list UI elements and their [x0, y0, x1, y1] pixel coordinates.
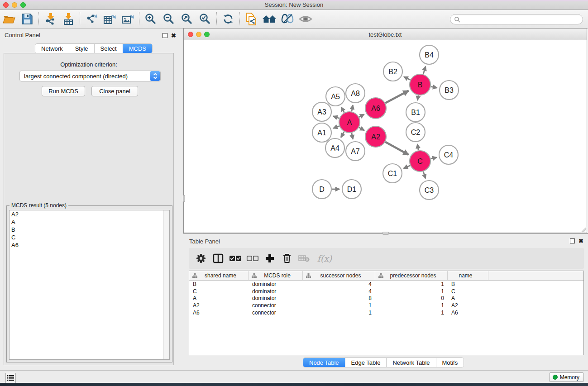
edge-C-C2[interactable] — [417, 144, 418, 151]
node-D1[interactable]: D1 — [342, 180, 361, 199]
tab-style[interactable]: Style — [69, 44, 94, 53]
edge-B-B2[interactable] — [404, 77, 410, 80]
column-header-name[interactable]: name — [448, 271, 488, 280]
node-A1[interactable]: A1 — [312, 123, 331, 142]
hide-glasses-icon[interactable] — [278, 11, 296, 27]
node-C3[interactable]: C3 — [420, 181, 439, 200]
node-D[interactable]: D — [312, 180, 331, 199]
criterion-dropdown[interactable]: largest connected component (directed) — [19, 71, 161, 81]
function-builder-icon[interactable]: f(x) — [313, 250, 336, 267]
edge-A2-C[interactable] — [385, 142, 409, 155]
result-list-item[interactable]: C — [10, 234, 169, 241]
table-row[interactable]: A2connector11A2 — [189, 302, 583, 309]
show-eye-icon[interactable] — [296, 11, 315, 27]
search-input[interactable] — [460, 16, 583, 23]
zoom-selected-icon[interactable] — [196, 11, 214, 27]
edge-B-B1[interactable] — [417, 95, 418, 100]
import-network-icon[interactable] — [41, 11, 59, 27]
node-B1[interactable]: B1 — [406, 103, 425, 122]
node-A8[interactable]: A8 — [346, 84, 365, 103]
edge-A-A3[interactable] — [333, 116, 339, 119]
table-row[interactable]: Adominator80A — [189, 295, 583, 302]
close-panel-icon[interactable]: ✖ — [171, 33, 176, 38]
attribute-settings-icon[interactable] — [192, 250, 210, 267]
node-A7[interactable]: A7 — [346, 142, 365, 161]
refresh-layout-icon[interactable] — [219, 11, 237, 27]
node-B4[interactable]: B4 — [420, 45, 439, 64]
node-B2[interactable]: B2 — [383, 62, 402, 81]
edge-C-C4[interactable] — [430, 157, 436, 159]
result-list-item[interactable]: A — [10, 218, 169, 226]
tab-node-table[interactable]: Node Table — [303, 358, 345, 367]
table-row[interactable]: A6connector11A6 — [189, 309, 583, 316]
node-C4[interactable]: C4 — [439, 145, 458, 164]
edge-A-A5[interactable] — [341, 107, 344, 113]
list-scrollbar[interactable] — [163, 210, 169, 359]
node-A5[interactable]: A5 — [326, 87, 345, 106]
export-image-icon[interactable] — [119, 11, 137, 27]
result-list-item[interactable]: A2 — [10, 210, 169, 218]
node-C1[interactable]: C1 — [383, 164, 402, 183]
tab-motifs[interactable]: Motifs — [436, 358, 464, 367]
node-table[interactable]: shared nameMCDS rolesuccessor nodesprede… — [189, 271, 584, 355]
table-row[interactable]: Bdominator41B — [189, 281, 583, 288]
edge-C-C1[interactable] — [404, 166, 410, 168]
task-history-button[interactable] — [5, 373, 16, 383]
home-icon[interactable] — [260, 11, 278, 27]
column-header-successor-nodes[interactable]: successor nodes — [303, 271, 375, 280]
column-header-shared-name[interactable]: shared name — [189, 271, 249, 280]
node-B3[interactable]: B3 — [440, 81, 459, 100]
edge-A-A1[interactable] — [333, 126, 339, 128]
edge-C-C3[interactable] — [423, 172, 425, 178]
network-resize-grip[interactable] — [580, 226, 586, 232]
run-mcds-button[interactable]: Run MCDS — [42, 86, 85, 96]
clone-network-icon[interactable] — [242, 11, 260, 27]
tab-edge-table[interactable]: Edge Table — [345, 358, 387, 367]
add-column-icon[interactable] — [261, 250, 278, 267]
network-window-titlebar[interactable]: testGlobe.txt — [184, 29, 587, 40]
edge-A6-B[interactable] — [385, 91, 408, 103]
edge-A-A7[interactable] — [352, 133, 353, 139]
tab-mcds[interactable]: MCDS — [123, 44, 152, 53]
result-list-item[interactable]: B — [10, 226, 169, 234]
tab-network-table[interactable]: Network Table — [386, 358, 435, 367]
table-row[interactable]: Cdominator41C — [189, 288, 583, 295]
tab-network[interactable]: Network — [35, 44, 69, 53]
edge-B-B3[interactable] — [431, 86, 437, 88]
splitter-handle-vertical[interactable] — [183, 195, 185, 202]
table-close-panel-icon[interactable]: ✖ — [578, 238, 583, 243]
export-table-icon[interactable] — [100, 11, 119, 27]
node-C2[interactable]: C2 — [406, 123, 425, 142]
zoom-fit-icon[interactable] — [178, 11, 196, 27]
memory-button[interactable]: Memory — [549, 372, 584, 382]
deselect-all-icon[interactable] — [244, 250, 261, 267]
zoom-in-icon[interactable] — [142, 11, 160, 27]
float-panel-icon[interactable] — [163, 33, 167, 38]
column-header-predecessor-nodes[interactable]: predecessor nodes — [375, 271, 448, 280]
delete-column-icon[interactable] — [278, 250, 296, 267]
export-network-icon[interactable] — [82, 11, 100, 27]
open-session-icon[interactable] — [0, 11, 18, 27]
node-A[interactable]: A — [339, 112, 360, 133]
network-canvas[interactable]: B4B2BB3A8A5A6A3B1AC2A1A2A4A7C4CC1DD1C3 — [184, 40, 587, 233]
column-view-icon[interactable] — [210, 250, 227, 267]
zoom-out-icon[interactable] — [160, 11, 178, 27]
close-panel-button[interactable]: Close panel — [91, 86, 138, 96]
save-session-icon[interactable] — [18, 11, 36, 27]
delete-table-icon[interactable] — [296, 250, 313, 267]
node-A2[interactable]: A2 — [365, 126, 386, 147]
select-all-icon[interactable] — [227, 250, 244, 267]
mcds-result-list[interactable]: A2ABCA6 — [9, 210, 170, 360]
node-A3[interactable]: A3 — [312, 102, 331, 121]
node-A4[interactable]: A4 — [325, 138, 344, 157]
node-C[interactable]: C — [410, 151, 430, 172]
import-table-icon[interactable] — [59, 11, 77, 27]
edge-A-A8[interactable] — [352, 105, 353, 111]
edge-B-B4[interactable] — [423, 67, 425, 74]
column-header-MCDS-role[interactable]: MCDS role — [249, 271, 303, 280]
node-A6[interactable]: A6 — [365, 98, 386, 119]
edge-A-A4[interactable] — [341, 132, 344, 138]
node-B[interactable]: B — [410, 74, 430, 95]
edge-A-A6[interactable] — [359, 114, 364, 117]
search-box[interactable] — [450, 14, 583, 24]
